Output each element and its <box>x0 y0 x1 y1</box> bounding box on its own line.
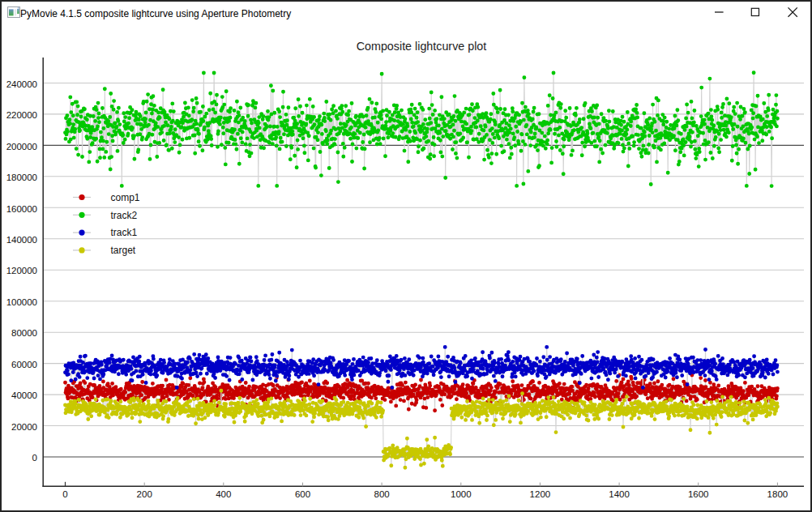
svg-text:1600: 1600 <box>688 489 709 499</box>
svg-text:track1: track1 <box>111 227 138 238</box>
svg-text:20000: 20000 <box>11 422 37 432</box>
svg-text:1000: 1000 <box>451 489 472 499</box>
svg-text:0: 0 <box>32 453 37 463</box>
svg-text:200: 200 <box>137 489 152 499</box>
svg-text:120000: 120000 <box>6 266 37 275</box>
svg-text:400: 400 <box>216 489 231 499</box>
svg-text:comp1: comp1 <box>111 192 140 203</box>
svg-text:600: 600 <box>295 489 310 499</box>
svg-text:800: 800 <box>374 489 390 499</box>
svg-text:140000: 140000 <box>6 235 37 245</box>
svg-text:track2: track2 <box>111 210 138 221</box>
svg-text:1800: 1800 <box>767 489 788 499</box>
svg-text:220000: 220000 <box>6 110 37 120</box>
svg-text:240000: 240000 <box>6 79 37 89</box>
svg-text:target: target <box>111 245 136 256</box>
svg-text:80000: 80000 <box>11 328 37 338</box>
svg-text:160000: 160000 <box>6 204 37 214</box>
svg-text:0: 0 <box>62 489 67 499</box>
svg-text:180000: 180000 <box>6 173 37 182</box>
svg-text:200000: 200000 <box>6 142 37 151</box>
svg-text:1200: 1200 <box>530 489 551 499</box>
svg-text:100000: 100000 <box>6 297 37 307</box>
svg-text:1400: 1400 <box>609 489 630 499</box>
svg-text:60000: 60000 <box>11 360 37 369</box>
svg-text:40000: 40000 <box>11 390 37 400</box>
